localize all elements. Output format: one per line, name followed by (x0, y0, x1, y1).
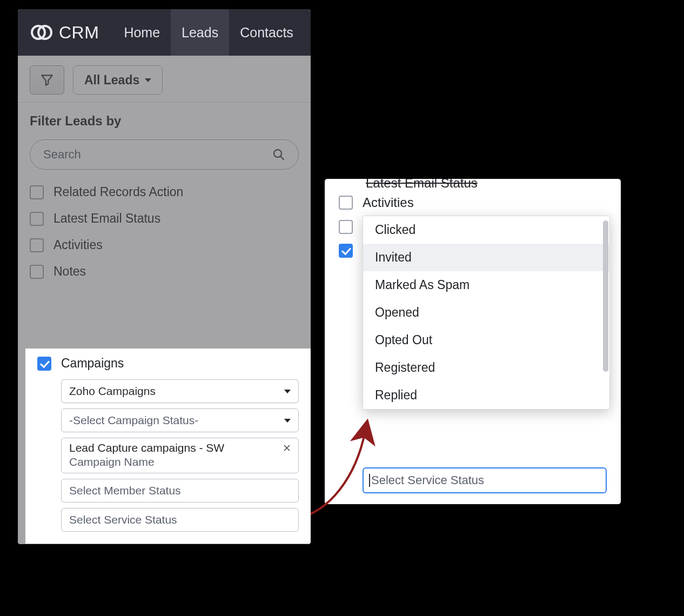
filter-search-input[interactable]: Search (30, 139, 299, 170)
funnel-icon (40, 73, 54, 87)
nav-tab-home[interactable]: Home (113, 9, 171, 56)
filter-item-label: Notes (53, 264, 86, 279)
chevron-down-icon (284, 390, 291, 393)
popover-item-activities[interactable]: Activities (339, 195, 607, 210)
filter-check-list: Related Records Action Latest Email Stat… (30, 185, 299, 279)
view-selector-button[interactable]: All Leads (73, 65, 163, 95)
filter-item-label: Latest Email Status (53, 211, 160, 226)
filter-item-label: Campaigns (61, 356, 124, 371)
filter-section: Filter Leads by Search Related Records A… (18, 103, 311, 279)
popover-item-label: Activities (363, 195, 414, 210)
service-status-dropdown[interactable]: ClickedInvitedMarked As SpamOpenedOpted … (363, 216, 610, 410)
dropdown-scroll-area[interactable]: ClickedInvitedMarked As SpamOpenedOpted … (363, 216, 609, 409)
crm-window: CRM Home Leads Contacts All Leads Filter… (17, 9, 311, 545)
checkbox-icon[interactable] (30, 265, 44, 279)
svg-line-3 (280, 156, 284, 159)
campaign-name-field[interactable]: Lead Capture campaigns - SW Campaign Nam… (61, 438, 299, 473)
service-status-input-placeholder: Select Service Status (371, 473, 484, 487)
nav-tab-leads[interactable]: Leads (171, 9, 229, 56)
filter-title: Filter Leads by (30, 113, 299, 129)
campaign-status-placeholder: -Select Campaign Status- (69, 414, 198, 427)
service-status-placeholder: Select Service Status (69, 513, 177, 526)
checkbox-icon[interactable] (339, 220, 353, 234)
remove-tag-button[interactable] (281, 442, 293, 454)
checkbox-icon[interactable] (30, 212, 44, 226)
campaigns-field-stack: Zoho Campaigns -Select Campaign Status- … (37, 379, 299, 532)
brand-logo[interactable]: CRM (30, 21, 99, 44)
dropdown-option[interactable]: Replied (363, 381, 609, 409)
campaign-source-select[interactable]: Zoho Campaigns (61, 379, 299, 403)
chevron-down-icon (145, 78, 151, 82)
filter-item-label: Activities (53, 238, 103, 252)
campaign-status-select[interactable]: -Select Campaign Status- (61, 409, 299, 432)
campaign-name-tag: Lead Capture campaigns - SW (69, 441, 224, 454)
cutoff-title: Latest Email Status (366, 178, 478, 191)
nav-tabs: Home Leads Contacts (113, 9, 304, 56)
filter-item-notes[interactable]: Notes (30, 264, 299, 279)
member-status-placeholder: Select Member Status (69, 484, 181, 497)
dropdown-option[interactable]: Opened (363, 299, 609, 326)
checkbox-checked-icon[interactable] (37, 357, 51, 371)
close-icon (283, 444, 291, 452)
chevron-down-icon (284, 419, 291, 423)
service-status-input[interactable]: Select Service Status (363, 467, 607, 493)
filter-item-label: Related Records Action (53, 185, 183, 199)
dropdown-option[interactable]: Registered (363, 354, 609, 381)
filter-item-activities[interactable]: Activities (30, 238, 299, 252)
checkbox-icon[interactable] (30, 238, 44, 252)
search-placeholder: Search (43, 148, 81, 162)
filter-item-campaigns[interactable]: Campaigns (37, 356, 299, 371)
search-icon (272, 148, 285, 161)
dropdown-option[interactable]: Clicked (363, 216, 609, 244)
filter-item-related-records[interactable]: Related Records Action (30, 185, 299, 199)
scrollbar-thumb[interactable] (603, 220, 608, 372)
filter-item-latest-email-status[interactable]: Latest Email Status (30, 211, 299, 226)
brand-name: CRM (59, 23, 99, 43)
service-status-popover-panel: Latest Email Status Activities ClickedIn… (324, 178, 621, 505)
nav-tab-contacts[interactable]: Contacts (229, 9, 304, 56)
campaign-name-placeholder: Campaign Name (69, 456, 293, 468)
filter-toggle-button[interactable] (30, 65, 64, 95)
top-navbar: CRM Home Leads Contacts (18, 9, 311, 56)
checkbox-checked-icon[interactable] (339, 244, 353, 258)
member-status-select[interactable]: Select Member Status (61, 479, 299, 503)
campaign-source-value: Zoho Campaigns (69, 385, 156, 398)
view-selector-label: All Leads (84, 73, 139, 88)
body-area: All Leads Filter Leads by Search Related… (18, 56, 311, 544)
dropdown-option[interactable]: Opted Out (363, 326, 609, 354)
toolbar: All Leads (18, 56, 311, 103)
checkbox-icon[interactable] (30, 185, 44, 199)
dropdown-option[interactable]: Invited (363, 244, 609, 271)
service-status-select[interactable]: Select Service Status (61, 508, 299, 532)
brand-logo-icon (30, 21, 53, 44)
campaigns-selected-card: Campaigns Zoho Campaigns -Select Campaig… (25, 349, 311, 544)
text-cursor-icon (369, 474, 370, 487)
dropdown-option[interactable]: Marked As Spam (363, 271, 609, 299)
checkbox-icon[interactable] (339, 196, 353, 210)
